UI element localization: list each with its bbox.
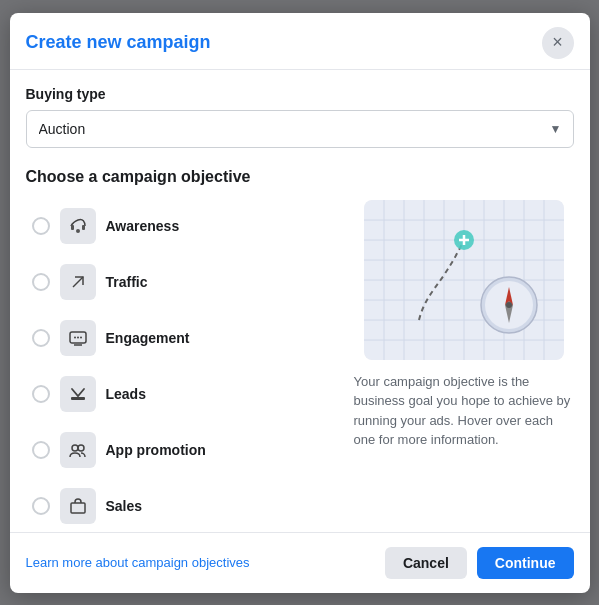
close-button[interactable]: × [542,27,574,59]
objective-section-label: Choose a campaign objective [26,168,574,186]
traffic-label: Traffic [106,274,148,290]
objective-layout: Awareness Traffic [26,200,574,532]
buying-type-wrapper: Auction Reach and Frequency TRP Buying ▼ [26,110,574,148]
svg-point-8 [72,445,78,451]
continue-button[interactable]: Continue [477,547,574,579]
app-promotion-icon [60,432,96,468]
engagement-label: Engagement [106,330,190,346]
objective-item-sales[interactable]: Sales [26,480,342,532]
svg-point-35 [506,302,512,308]
sales-label: Sales [106,498,143,514]
illustration-image [364,200,564,360]
illustration-panel: Your campaign objective is the business … [354,200,574,532]
objective-item-engagement[interactable]: Engagement [26,312,342,364]
traffic-icon [60,264,96,300]
svg-rect-10 [71,503,85,513]
svg-point-6 [80,336,82,338]
objective-list: Awareness Traffic [26,200,342,532]
leads-label: Leads [106,386,146,402]
radio-traffic[interactable] [32,273,50,291]
objective-item-leads[interactable]: Leads [26,368,342,420]
svg-point-4 [74,336,76,338]
objective-item-app-promotion[interactable]: App promotion [26,424,342,476]
svg-rect-7 [71,397,85,400]
modal-body: Buying type Auction Reach and Frequency … [10,70,590,532]
modal-title: Create new campaign [26,32,211,53]
radio-leads[interactable] [32,385,50,403]
awareness-icon [60,208,96,244]
radio-sales[interactable] [32,497,50,515]
svg-point-5 [77,336,79,338]
buying-type-select[interactable]: Auction Reach and Frequency TRP Buying [26,110,574,148]
radio-app-promotion[interactable] [32,441,50,459]
svg-point-9 [78,445,84,451]
svg-point-2 [76,229,80,233]
buying-type-label: Buying type [26,86,574,102]
footer-buttons: Cancel Continue [385,547,574,579]
app-promotion-label: App promotion [106,442,206,458]
engagement-icon [60,320,96,356]
objective-item-awareness[interactable]: Awareness [26,200,342,252]
modal-header: Create new campaign × [10,13,590,70]
svg-rect-1 [82,225,85,230]
sales-icon [60,488,96,524]
modal-footer: Learn more about campaign objectives Can… [10,532,590,593]
cancel-button[interactable]: Cancel [385,547,467,579]
radio-engagement[interactable] [32,329,50,347]
illustration-description: Your campaign objective is the business … [354,372,574,450]
learn-more-link[interactable]: Learn more about campaign objectives [26,555,250,570]
awareness-label: Awareness [106,218,180,234]
leads-icon [60,376,96,412]
create-campaign-modal: Create new campaign × Buying type Auctio… [10,13,590,593]
objective-item-traffic[interactable]: Traffic [26,256,342,308]
radio-awareness[interactable] [32,217,50,235]
svg-rect-0 [71,225,74,230]
